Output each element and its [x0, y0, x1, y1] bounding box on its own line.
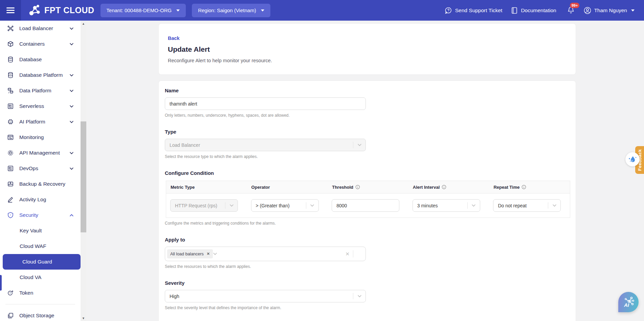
hamburger-icon — [6, 6, 15, 15]
severity-select[interactable]: High — [165, 290, 366, 302]
sidebar-item-devops[interactable]: DevOps — [0, 161, 81, 176]
name-input[interactable] — [165, 97, 366, 110]
type-select[interactable]: Load Balancer — [165, 139, 366, 151]
chevron-down-icon — [69, 104, 74, 109]
sidebar-item-label: Serverless — [19, 103, 44, 109]
sidebar-subitem-cloud-va[interactable]: Cloud VA — [0, 270, 81, 285]
caret-down-icon — [631, 9, 635, 12]
metric-type-select[interactable]: HTTP Request (rps) — [170, 199, 238, 212]
sidebar-item-label: Backup & Recovery — [19, 181, 65, 187]
info-icon[interactable] — [355, 185, 360, 189]
top-navbar: FPT CLOUD Tenant: 000488-DEMO-ORG Region… — [0, 0, 644, 21]
navbar-actions: Send Support Ticket Documentation 99+ — [445, 6, 635, 15]
column-alert-interval: Alert Interval — [408, 185, 489, 190]
tag-remove-icon[interactable]: ✕ — [207, 252, 210, 256]
column-operator: Operator — [247, 185, 328, 190]
sidebar-item-label: Containers — [19, 41, 45, 47]
svg-text:API: API — [9, 152, 12, 154]
clear-selection-icon[interactable]: ✕ — [345, 251, 350, 257]
serverless-icon — [7, 103, 14, 110]
sidebar-divider — [5, 304, 75, 304]
chevron-down-icon — [69, 73, 74, 77]
condition-table-header: Metric Type Operator Threshold Alert Int… — [166, 181, 570, 193]
severity-value: High — [170, 294, 179, 299]
sidebar-item-monitoring[interactable]: Monitoring — [0, 130, 81, 145]
sidebar-item-data-platform[interactable]: Data Platform — [0, 83, 81, 98]
condition-help-text: Configure the metrics and triggering con… — [165, 221, 576, 226]
alert-form-card: Name Only letters, numbers, underscore, … — [158, 81, 576, 321]
sidebar-item-database[interactable]: Database — [0, 52, 81, 67]
sidebar-item-load-balancer[interactable]: Load Balancer — [0, 21, 81, 36]
caret-down-icon — [261, 9, 264, 12]
threshold-input[interactable] — [332, 199, 399, 212]
ai-label: AI — [624, 302, 629, 308]
sidebar-item-label: Database Platform — [19, 72, 63, 78]
sidebar-subitem-cloud-guard[interactable]: Cloud Guard — [3, 254, 81, 270]
user-menu[interactable]: Tham Nguyen — [583, 6, 635, 15]
sidebar-item-label: Monitoring — [19, 134, 44, 140]
sidebar-item-api-management[interactable]: API API Management — [0, 145, 81, 161]
severity-label: Severity — [165, 280, 576, 286]
send-support-ticket-link[interactable]: Send Support Ticket — [445, 7, 503, 14]
hamburger-menu-button[interactable] — [0, 0, 21, 21]
sidebar-item-label: DevOps — [19, 165, 38, 171]
ai-molecule-icon: AI — [621, 295, 636, 309]
sidebar-item-label: Load Balancer — [19, 25, 53, 31]
activity-log-icon — [7, 196, 14, 203]
operator-select[interactable]: > (Greater than) — [251, 199, 319, 212]
chevron-down-icon — [69, 42, 74, 46]
sidebar-item-object-storage[interactable]: Object Storage — [0, 308, 81, 321]
repeat-time-select[interactable]: Do not repeat — [493, 199, 561, 212]
sidebar-subitem-key-vault[interactable]: Key Vault — [0, 223, 81, 238]
caret-down-icon — [176, 9, 180, 12]
sidebar-item-serverless[interactable]: Serverless — [0, 98, 81, 114]
notifications-button[interactable]: 99+ — [567, 6, 575, 15]
water-drop-icon — [628, 155, 637, 164]
sidebar-item-label: API Management — [19, 150, 60, 156]
security-shield-icon — [7, 212, 14, 219]
sidebar-item-label: AI Platform — [19, 119, 45, 125]
type-help-text: Select the resource type to which the al… — [165, 154, 576, 159]
sidebar-item-ai-platform[interactable]: AI AI Platform — [0, 114, 81, 130]
tenant-selector[interactable]: Tenant: 000488-DEMO-ORG — [101, 4, 186, 17]
region-label: Region: Saigon (Vietnam) — [198, 7, 256, 13]
sidebar-item-database-platform[interactable]: Database Platform — [0, 67, 81, 83]
sidebar-item-backup-recovery[interactable]: Backup & Recovery — [0, 176, 81, 192]
chevron-down-icon — [225, 200, 238, 211]
info-icon[interactable] — [521, 185, 526, 189]
feedback-bubble-button[interactable] — [625, 152, 640, 166]
chevron-down-icon — [69, 26, 74, 31]
info-icon[interactable] — [442, 185, 446, 189]
type-select-value: Load Balancer — [170, 142, 200, 148]
sidebar-item-activity-log[interactable]: Activity Log — [0, 192, 81, 207]
sidebar-item-containers[interactable]: Containers — [0, 36, 81, 52]
fpt-molecule-icon — [28, 5, 41, 16]
selected-resource-tag: All load balancers ✕ — [167, 249, 213, 258]
documentation-label: Documentation — [521, 7, 556, 14]
sidebar-scrollbar[interactable]: ▲ ▼ — [81, 21, 86, 321]
load-balancer-icon — [7, 25, 14, 32]
back-link[interactable]: Back — [168, 36, 180, 41]
name-help-text: Only letters, numbers, underscore, hyphe… — [165, 113, 576, 118]
scrollbar-up-arrow[interactable]: ▲ — [81, 21, 86, 26]
documentation-link[interactable]: Documentation — [511, 7, 556, 14]
region-selector[interactable]: Region: Saigon (Vietnam) — [192, 4, 270, 17]
configure-condition-label: Configure Condition — [165, 170, 576, 176]
monitoring-icon — [7, 134, 14, 141]
sidebar-item-token[interactable]: T Token — [0, 285, 81, 301]
scrollbar-thumb[interactable] — [81, 121, 86, 232]
fpt-cloud-logo[interactable]: FPT CLOUD — [28, 5, 94, 16]
api-management-icon: API — [7, 150, 14, 156]
apply-to-label: Apply to — [165, 237, 576, 243]
sidebar-item-label: Data Platform — [19, 88, 51, 94]
send-support-ticket-label: Send Support Ticket — [455, 7, 503, 14]
scrollbar-down-arrow[interactable]: ▼ — [81, 315, 86, 321]
ai-assistant-button[interactable]: AI — [618, 292, 639, 312]
alert-interval-select[interactable]: 3 minutes — [413, 199, 480, 212]
app-root: FPT CLOUD Tenant: 000488-DEMO-ORG Region… — [0, 0, 644, 321]
token-icon: T — [7, 290, 14, 296]
sidebar-subitem-cloud-waf[interactable]: Cloud WAF — [0, 238, 81, 254]
sidebar-item-security[interactable]: Security — [0, 207, 81, 223]
sidebar-item-label: Database — [19, 56, 42, 63]
apply-to-select[interactable]: All load balancers ✕ ✕ — [165, 247, 366, 261]
